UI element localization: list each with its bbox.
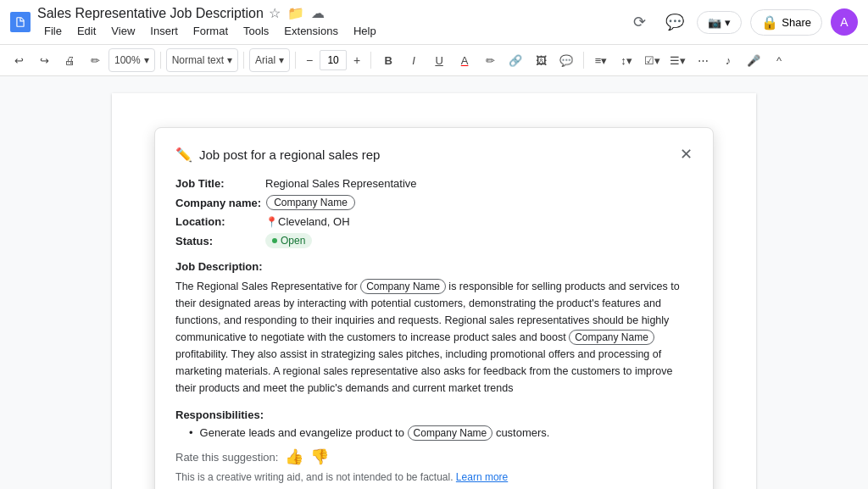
company-label: Company name: [175,197,261,209]
font-value: Arial [255,54,275,66]
more-button[interactable]: ♪ [716,48,740,72]
menu-format[interactable]: Format [186,23,235,39]
responsibility-item-1: • Generate leads and evangelize product … [189,426,693,439]
camera-icon: 📷 [708,16,721,29]
star-icon[interactable]: ☆ [269,5,281,21]
job-desc-text1: The Regional Sales Representative for [175,281,360,292]
cloud-icon[interactable]: ☁ [311,5,325,21]
menu-bar: File Edit View Insert Format Tools Exten… [37,23,619,39]
highlight-button[interactable]: ✏ [478,48,502,72]
italic-button[interactable]: I [402,48,426,72]
divider-4 [370,52,371,69]
company-row: Company name: Company Name [175,195,693,210]
menu-view[interactable]: View [104,23,142,39]
comment-button[interactable]: 💬 [554,48,578,72]
menu-extensions[interactable]: Extensions [277,23,345,39]
top-bar: Sales Representative Job Description ☆ 📁… [0,0,868,45]
divider-1 [160,52,161,69]
responsibilities-title: Responsibilities: [175,408,693,421]
thumbs-up-button[interactable]: 👍 [285,447,303,466]
company-inline-chip1: Company Name [360,279,446,294]
responsibility-text: Generate leads and evangelize product to… [200,426,550,439]
job-title-value: Regional Sales Representative [265,177,417,190]
title-section: Sales Representative Job Description ☆ 📁… [37,5,619,39]
document-page: ✏️ Job post for a regional sales rep ✕ J… [112,93,756,489]
location-pin-icon: 📍 [265,216,278,228]
bold-button[interactable]: B [376,48,400,72]
status-row: Status: Open [175,233,693,248]
zoom-select[interactable]: 100% ▾ [108,48,155,72]
style-value: Normal text [172,54,224,66]
text-color-button[interactable]: A [453,48,476,72]
align-button[interactable]: ≡▾ [589,48,613,72]
resp-text1: Generate leads and evangelize product to [200,426,408,439]
company-chip: Company Name [266,195,355,210]
title-icons: ☆ 📁 ☁ [269,5,325,21]
company-inline-chip2: Company Name [569,330,654,345]
rating-label: Rate this suggestion: [175,451,278,464]
zoom-value: 100% [114,54,141,66]
font-chevron: ▾ [279,54,284,66]
document-title: Sales Representative Job Description [37,6,264,21]
link-button[interactable]: 🔗 [504,48,527,72]
learn-more-link[interactable]: Learn more [456,471,508,483]
comments-icon[interactable]: 💬 [661,8,688,36]
user-avatar[interactable]: A [831,8,858,36]
menu-edit[interactable]: Edit [70,23,103,39]
status-label: Status: [175,235,260,247]
divider-5 [583,52,584,69]
close-button[interactable]: ✕ [680,145,693,164]
redo-button[interactable]: ↪ [32,48,56,72]
list-button[interactable]: ☰▾ [665,48,689,72]
top-right-controls: ⟳ 💬 📷 ▾ 🔒 Share A [626,8,858,36]
location-label: Location: [175,215,260,228]
resp-text2: customers. [492,426,549,439]
document-area: ✏️ Job post for a regional sales rep ✕ J… [0,76,868,489]
spell-check-button[interactable]: ✏ [83,48,107,72]
wand-icon: ✏️ [175,147,192,163]
job-title-row: Job Title: Regional Sales Representative [175,177,693,190]
menu-tools[interactable]: Tools [236,23,275,39]
status-value: Open [281,235,305,247]
video-call-button[interactable]: 📷 ▾ [697,11,742,34]
indent-button[interactable]: ⋯ [691,48,715,72]
checklist-button[interactable]: ☑▾ [640,48,664,72]
line-spacing-button[interactable]: ↕▾ [615,48,638,72]
font-select[interactable]: Arial ▾ [249,48,290,72]
divider-2 [243,52,244,69]
image-button[interactable]: 🖼 [529,48,553,72]
font-size-increase[interactable]: + [348,50,365,70]
video-dropdown-arrow[interactable]: ▾ [725,16,731,29]
disclaimer-text: This is a creative writing aid, and is n… [175,471,693,483]
history-icon[interactable]: ⟳ [626,8,653,36]
print-button[interactable]: 🖨 [58,48,81,72]
dialog-header: ✏️ Job post for a regional sales rep ✕ [175,145,693,164]
status-chip: Open [265,233,312,248]
folder-icon[interactable]: 📁 [287,5,304,21]
caret-button[interactable]: ^ [767,48,791,72]
dialog-title: Job post for a regional sales rep [199,147,380,162]
lock-share-container[interactable]: 🔒 Share [750,9,822,36]
undo-button[interactable]: ↩ [7,48,31,72]
job-desc-text3: profitability. They also assist in strat… [175,348,672,394]
divider-3 [295,52,296,69]
font-size-input[interactable] [320,50,347,70]
underline-button[interactable]: U [427,48,451,72]
menu-file[interactable]: File [37,23,69,39]
docs-icon [10,12,31,32]
thumbs-down-button[interactable]: 👎 [310,447,329,466]
voice-button[interactable]: 🎤 [742,48,765,72]
font-size-decrease[interactable]: − [301,50,318,70]
font-size-control: − + [301,50,365,70]
status-dot [272,238,277,243]
menu-insert[interactable]: Insert [143,23,185,39]
menu-help[interactable]: Help [347,23,383,39]
job-desc-text: The Regional Sales Representative for Co… [175,278,693,397]
lock-icon: 🔒 [761,14,778,31]
style-select[interactable]: Normal text ▾ [166,48,238,72]
job-desc-title: Job Description: [175,260,693,273]
share-button-label: Share [782,16,811,29]
location-value: Cleveland, OH [278,215,350,228]
ai-dialog: ✏️ Job post for a regional sales rep ✕ J… [154,127,714,489]
disclaimer-content: This is a creative writing aid, and is n… [175,471,453,483]
